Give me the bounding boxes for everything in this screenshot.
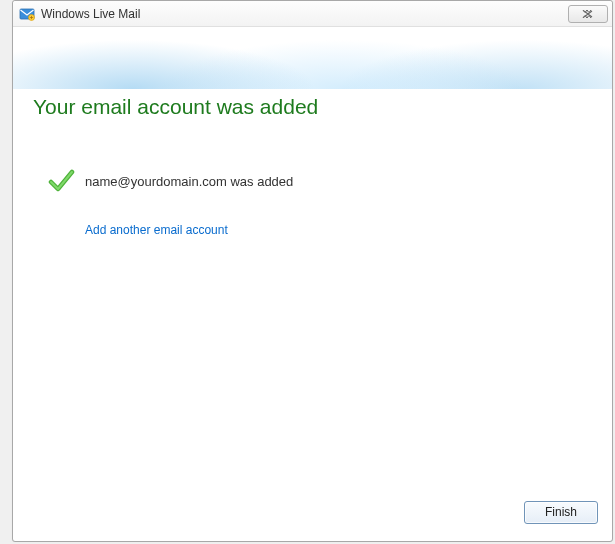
content-area: Your email account was added name@yourdo… xyxy=(13,89,612,493)
status-message: name@yourdomain.com was added xyxy=(85,174,293,189)
close-icon xyxy=(578,9,598,19)
window-title: Windows Live Mail xyxy=(41,7,568,21)
checkmark-icon xyxy=(47,167,75,195)
close-button[interactable] xyxy=(568,5,608,23)
finish-button[interactable]: Finish xyxy=(524,501,598,524)
page-heading: Your email account was added xyxy=(33,95,592,119)
header-banner xyxy=(13,27,612,89)
mail-app-icon xyxy=(19,6,35,22)
status-row: name@yourdomain.com was added xyxy=(47,167,592,195)
dialog-window: Windows Live Mail Your email account was… xyxy=(12,0,613,542)
titlebar: Windows Live Mail xyxy=(13,1,612,27)
footer: Finish xyxy=(13,493,612,541)
add-another-account-link[interactable]: Add another email account xyxy=(85,223,228,237)
